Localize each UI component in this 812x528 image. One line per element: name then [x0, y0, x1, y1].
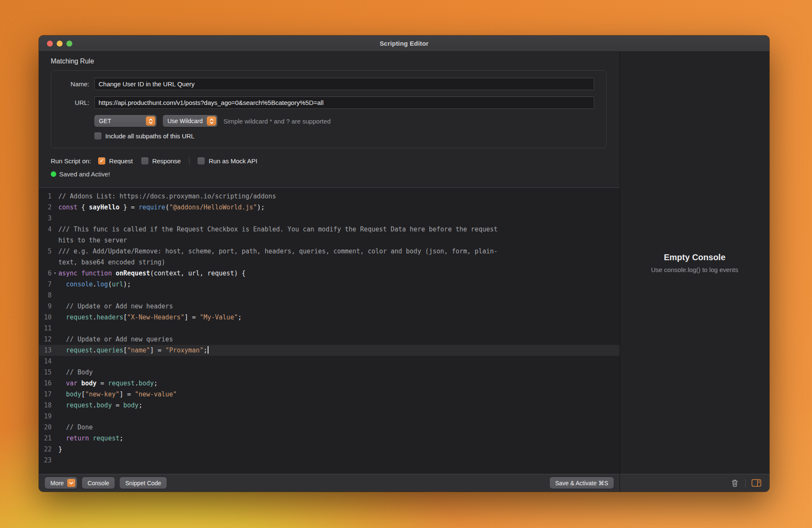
console-panel: Empty Console Use console.log() to log e…: [620, 52, 769, 492]
code-text: console.log(url);: [58, 279, 620, 290]
fold-spacer: [52, 400, 58, 411]
fold-spacer: [52, 257, 58, 268]
status-text: Saved and Active!: [59, 170, 110, 178]
section-title: Matching Rule: [51, 58, 620, 65]
code-line[interactable]: 11: [39, 323, 620, 334]
code-line[interactable]: 10 request.headers["X-New-Headers"] = "M…: [39, 312, 620, 323]
titlebar[interactable]: Scripting Editor: [39, 36, 769, 52]
code-line[interactable]: 7 console.log(url);: [39, 279, 620, 290]
console-button[interactable]: Console: [82, 477, 115, 489]
code-line[interactable]: text, base64 encoded string): [39, 257, 620, 268]
desktop: { "window": { "title": "Scripting Editor…: [0, 0, 812, 528]
line-number: 18: [39, 400, 58, 411]
code-line[interactable]: 8: [39, 290, 620, 301]
line-number: 8: [39, 290, 58, 301]
code-line[interactable]: hits to the server: [39, 235, 620, 246]
match-mode-value: Use Wildcard: [167, 118, 203, 124]
more-button[interactable]: More: [45, 477, 77, 489]
code-line[interactable]: 13 request.queries["name"] = "Proxyman";: [39, 345, 620, 356]
console-bottom-bar: [620, 474, 769, 492]
code-line[interactable]: 20 // Done: [39, 422, 620, 433]
code-text: request.body = body;: [58, 400, 620, 411]
code-line[interactable]: 5/// e.g. Add/Update/Remove: host, schem…: [39, 246, 620, 257]
rule-name-input[interactable]: [94, 78, 594, 90]
code-line[interactable]: 3: [39, 213, 620, 224]
line-number: 21: [39, 433, 58, 444]
minimize-window-button[interactable]: [57, 41, 63, 47]
run-script-label: Run Script on:: [51, 157, 91, 165]
toggle-console-panel-button[interactable]: [750, 477, 763, 489]
code-line[interactable]: 22}: [39, 444, 620, 455]
line-number: 22: [39, 444, 58, 455]
zoom-window-button[interactable]: [66, 41, 72, 47]
code-line[interactable]: 17 body["new-key"] = "new-value": [39, 389, 620, 400]
close-window-button[interactable]: [47, 41, 53, 47]
line-number: 11: [39, 323, 58, 334]
save-activate-button-label: Save & Activate ⌘S: [555, 480, 608, 487]
fold-spacer: [52, 202, 58, 213]
code-line[interactable]: 21 return request;: [39, 433, 620, 444]
matching-rule-section: Matching Rule Name: URL: GET: [39, 52, 620, 187]
console-button-label: Console: [88, 480, 109, 487]
clear-console-button[interactable]: [728, 477, 741, 489]
run-script-row: Run Script on: ✓ Request Response Run as…: [51, 157, 620, 165]
rule-url-input[interactable]: [94, 96, 594, 109]
match-mode-select[interactable]: Use Wildcard: [163, 115, 217, 127]
fold-spacer: [52, 301, 58, 312]
code-line[interactable]: 19: [39, 411, 620, 422]
code-text: [58, 356, 620, 367]
chevron-down-icon: [67, 479, 75, 487]
code-text: /// e.g. Add/Update/Remove: host, scheme…: [58, 246, 620, 257]
code-text: const { sayHello } = require("@addons/He…: [58, 202, 620, 213]
line-number: 10: [39, 312, 58, 323]
fold-spacer: [52, 235, 58, 246]
text-cursor: [208, 346, 208, 354]
console-empty-title: Empty Console: [664, 253, 726, 262]
http-method-select[interactable]: GET: [94, 115, 156, 127]
code-line[interactable]: 12 // Update or Add new queries: [39, 334, 620, 345]
code-text: [58, 290, 620, 301]
fold-arrow-icon[interactable]: ▾: [52, 268, 58, 279]
code-line[interactable]: 14: [39, 356, 620, 367]
code-editor[interactable]: 1// Addons List: https://docs.proxyman.i…: [39, 187, 620, 474]
traffic-lights: [47, 36, 72, 51]
response-checkbox-label: Response: [152, 157, 181, 165]
code-line[interactable]: 4/// This func is called if the Request …: [39, 224, 620, 235]
code-text: // Update or Add new headers: [58, 301, 620, 312]
code-line[interactable]: 16 var body = request.body;: [39, 378, 620, 389]
code-text: body["new-key"] = "new-value": [58, 389, 620, 400]
code-line[interactable]: 23: [39, 455, 620, 466]
code-line[interactable]: 15 // Body: [39, 367, 620, 378]
save-activate-button[interactable]: Save & Activate ⌘S: [550, 477, 614, 489]
code-text: hits to the server: [58, 235, 620, 246]
fold-spacer: [52, 378, 58, 389]
divider: [189, 157, 189, 165]
fold-spacer: [52, 290, 58, 301]
subpaths-checkbox[interactable]: [94, 132, 102, 140]
editor-bottom-bar: More Console Snippet Code Save & Activat…: [39, 474, 620, 492]
code-line[interactable]: 1// Addons List: https://docs.proxyman.i…: [39, 191, 620, 202]
line-number: 16: [39, 378, 58, 389]
snippet-code-button-label: Snippet Code: [125, 480, 161, 487]
line-number: 15: [39, 367, 58, 378]
mock-api-checkbox[interactable]: [198, 157, 205, 165]
response-checkbox[interactable]: [141, 157, 148, 165]
code-line[interactable]: 18 request.body = body;: [39, 400, 620, 411]
line-number: [39, 235, 58, 246]
more-button-label: More: [50, 480, 64, 487]
fold-spacer: [52, 345, 58, 356]
http-method-value: GET: [99, 118, 111, 124]
line-number: 19: [39, 411, 58, 422]
fold-spacer: [52, 411, 58, 422]
url-label: URL:: [60, 99, 89, 106]
code-line[interactable]: 2const { sayHello } = require("@addons/H…: [39, 202, 620, 213]
request-checkbox-label: Request: [109, 157, 133, 165]
code-line[interactable]: 6▾async function onRequest(context, url,…: [39, 268, 620, 279]
code-text: [58, 323, 620, 334]
code-line[interactable]: 9 // Update or Add new headers: [39, 301, 620, 312]
snippet-code-button[interactable]: Snippet Code: [120, 477, 167, 489]
code-text: // Body: [58, 367, 620, 378]
request-checkbox[interactable]: ✓: [98, 157, 105, 165]
status-row: Saved and Active!: [51, 170, 620, 178]
line-number: 2: [39, 202, 58, 213]
